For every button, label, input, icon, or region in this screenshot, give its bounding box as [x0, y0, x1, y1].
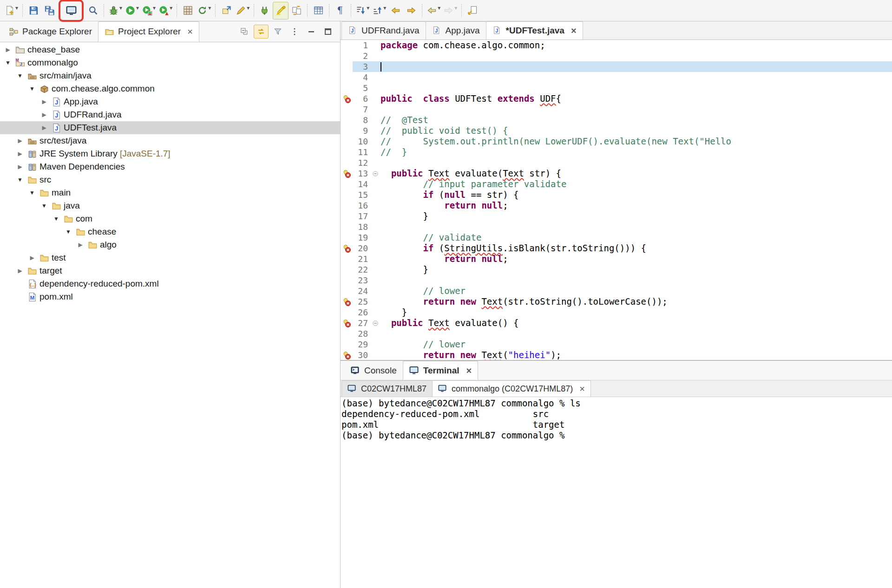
- error-marker-icon[interactable]: [341, 318, 353, 328]
- expand-arrow-icon[interactable]: ▶: [15, 163, 25, 170]
- error-marker-icon[interactable]: [341, 243, 353, 254]
- editor-tab-udftest-java[interactable]: J*UDFTest.java×: [486, 21, 583, 39]
- tree-item-chease-base[interactable]: ▶chease_base: [0, 43, 340, 56]
- tree-item-jre-system-library[interactable]: ▶JRE System Library [JavaSE-1.7]: [0, 147, 340, 160]
- tree-item-udfrand-java[interactable]: ▶JUDFRand.java: [0, 108, 340, 121]
- error-marker-icon[interactable]: [341, 350, 353, 360]
- new-button[interactable]: ▾: [3, 2, 20, 20]
- code-line-20[interactable]: 20 if (StringUtils.isBlank(str.toString(…: [341, 243, 892, 254]
- fold-collapse-icon[interactable]: [370, 318, 380, 328]
- new-java-project-button[interactable]: [180, 2, 196, 20]
- code-line-1[interactable]: 1package com.chease.algo.common;: [341, 40, 892, 51]
- tree-item-src-test-java[interactable]: ▶src/test/java: [0, 134, 340, 147]
- forward-button[interactable]: ▾: [442, 2, 459, 20]
- open-terminal-button[interactable]: [63, 2, 79, 20]
- code-line-11[interactable]: 11// }: [341, 147, 892, 157]
- code-line-5[interactable]: 5: [341, 83, 892, 93]
- code-line-13[interactable]: 13 public Text evaluate(Text str) {: [341, 168, 892, 179]
- code-line-30[interactable]: 30 return new Text("heihei");: [341, 350, 892, 360]
- code-line-8[interactable]: 8// @Test: [341, 115, 892, 125]
- terminal-session-tab-c02cw17hml87[interactable]: C02CW17HML87: [341, 380, 433, 397]
- tree-item-main[interactable]: ▼main: [0, 186, 340, 199]
- panel-tab-console[interactable]: Console: [344, 361, 403, 380]
- collapse-arrow-icon[interactable]: ▼: [39, 203, 49, 209]
- sort-descending-button[interactable]: ▾: [371, 2, 387, 20]
- toggle-mark-occurrences-button[interactable]: [273, 2, 289, 20]
- tree-item-com-chease-algo-common[interactable]: ▼com.chease.algo.common: [0, 82, 340, 95]
- close-icon[interactable]: ×: [187, 27, 193, 36]
- code-line-9[interactable]: 9// public void test() {: [341, 125, 892, 136]
- expand-arrow-icon[interactable]: ▶: [15, 268, 25, 274]
- filter-button[interactable]: [270, 25, 285, 39]
- link-with-editor-view-button[interactable]: [254, 25, 269, 39]
- collapse-arrow-icon[interactable]: ▼: [27, 85, 37, 92]
- collapse-arrow-icon[interactable]: ▼: [27, 189, 37, 196]
- collapse-arrow-icon[interactable]: ▼: [3, 59, 13, 66]
- error-marker-icon[interactable]: [341, 296, 353, 307]
- tree-item-algo[interactable]: ▶algo: [0, 238, 340, 251]
- expand-arrow-icon[interactable]: ▶: [15, 150, 25, 157]
- code-line-12[interactable]: 12: [341, 157, 892, 168]
- sort-ascending-button[interactable]: ▾: [354, 2, 371, 20]
- profile-button[interactable]: ▾: [157, 2, 174, 20]
- tree-item-maven-dependencies[interactable]: ▶Maven Dependencies: [0, 160, 340, 173]
- code-line-6[interactable]: 6public class UDFTest extends UDF{: [341, 93, 892, 104]
- tree-item-com[interactable]: ▼com: [0, 212, 340, 225]
- view-tab-project-explorer[interactable]: Project Explorer×: [98, 21, 199, 42]
- editor-tab-app-java[interactable]: JApp.java: [426, 21, 486, 39]
- collapse-all-button[interactable]: [237, 25, 252, 39]
- view-tab-package-explorer[interactable]: Package Explorer: [3, 21, 98, 42]
- code-line-21[interactable]: 21 return null;: [341, 254, 892, 264]
- collapse-arrow-icon[interactable]: ▼: [15, 72, 25, 79]
- show-whitespace-button[interactable]: ¶: [332, 2, 348, 20]
- code-line-2[interactable]: 2: [341, 51, 892, 61]
- previous-annotation-button[interactable]: [387, 2, 403, 20]
- error-marker-icon[interactable]: [341, 168, 353, 179]
- tree-item-dependency-reduced-pom-xml[interactable]: {..}dependency-reduced-pom.xml: [0, 277, 340, 290]
- code-line-16[interactable]: 16 return null;: [341, 200, 892, 211]
- code-line-14[interactable]: 14 // input parameter validate: [341, 179, 892, 189]
- expand-arrow-icon[interactable]: ▶: [27, 255, 37, 261]
- search-button[interactable]: [85, 2, 101, 20]
- expand-arrow-icon[interactable]: ▶: [75, 242, 85, 248]
- collapse-arrow-icon[interactable]: ▼: [63, 229, 73, 235]
- coverage-button[interactable]: ▾: [140, 2, 157, 20]
- code-line-24[interactable]: 24 // lower: [341, 286, 892, 296]
- tree-item-src[interactable]: ▼src: [0, 173, 340, 186]
- next-annotation-button[interactable]: [403, 2, 419, 20]
- tree-item-commonalgo[interactable]: ▼JMcommonalgo: [0, 56, 340, 69]
- expand-arrow-icon[interactable]: ▶: [39, 98, 49, 105]
- expand-arrow-icon[interactable]: ▶: [15, 137, 25, 144]
- code-line-15[interactable]: 15 if (null == str) {: [341, 189, 892, 200]
- expand-arrow-icon[interactable]: ▶: [39, 111, 49, 118]
- collapse-arrow-icon[interactable]: ▼: [15, 176, 25, 183]
- open-element-button[interactable]: [218, 2, 234, 20]
- code-line-26[interactable]: 26 }: [341, 307, 892, 318]
- code-editor[interactable]: 1package com.chease.algo.common;23456pub…: [341, 40, 892, 360]
- code-line-17[interactable]: 17 }: [341, 211, 892, 222]
- maximize-button[interactable]: [321, 25, 335, 39]
- code-line-7[interactable]: 7: [341, 104, 892, 115]
- close-icon[interactable]: ×: [466, 366, 472, 375]
- code-line-18[interactable]: 18: [341, 222, 892, 232]
- tree-item-udftest-java[interactable]: ▶JUDFTest.java: [0, 121, 340, 134]
- tree-item-pom-xml[interactable]: Mpom.xml: [0, 290, 340, 303]
- tree-item-target[interactable]: ▶target: [0, 264, 340, 277]
- code-line-19[interactable]: 19 // validate: [341, 232, 892, 243]
- show-table-view-button[interactable]: [310, 2, 326, 20]
- close-icon[interactable]: ×: [579, 384, 585, 393]
- mark-element-button[interactable]: ▾: [234, 2, 251, 20]
- fold-collapse-icon[interactable]: [370, 168, 380, 179]
- plug-in-button[interactable]: [257, 2, 273, 20]
- save-all-button[interactable]: [41, 2, 57, 20]
- last-edit-location-button[interactable]: [465, 2, 480, 20]
- tree-item-src-main-java[interactable]: ▼src/main/java: [0, 69, 340, 82]
- view-menu-button[interactable]: [287, 25, 302, 39]
- tree-item-chease[interactable]: ▼chease: [0, 225, 340, 238]
- run-button[interactable]: ▾: [124, 2, 140, 20]
- code-line-28[interactable]: 28: [341, 328, 892, 339]
- expand-arrow-icon[interactable]: ▶: [3, 46, 13, 53]
- tree-item-test[interactable]: ▶test: [0, 251, 340, 264]
- tree-item-app-java[interactable]: ▶JApp.java: [0, 95, 340, 108]
- terminal-session-tab-commonalgo-c02cw17hml87[interactable]: commonalgo (C02CW17HML87)×: [432, 380, 591, 397]
